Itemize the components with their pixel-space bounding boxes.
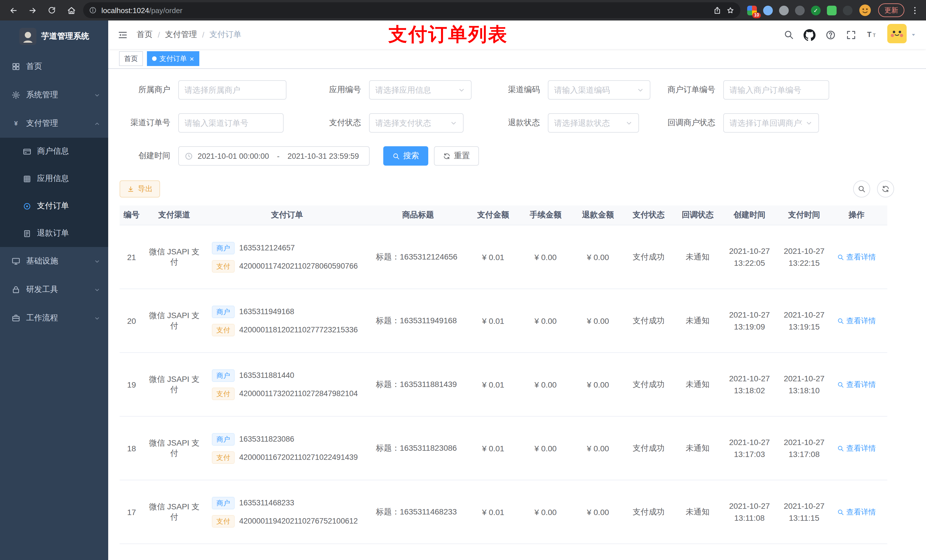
bookmark-star-icon[interactable] bbox=[726, 6, 735, 15]
refund-status-input[interactable] bbox=[554, 118, 622, 127]
address-bar[interactable]: localhost:1024/pay/order bbox=[83, 2, 740, 18]
breadcrumb-payment[interactable]: 支付管理 bbox=[165, 30, 197, 40]
extension-icon-green[interactable] bbox=[827, 5, 837, 15]
view-detail-link[interactable]: 查看详情 bbox=[837, 252, 876, 262]
browser-profile-avatar[interactable] bbox=[859, 4, 872, 17]
extension-icon-green-check[interactable]: ✓ bbox=[811, 5, 821, 15]
notify-status-select[interactable] bbox=[723, 113, 819, 133]
extension-icon-colorful[interactable]: 10 bbox=[747, 5, 757, 15]
help-icon[interactable] bbox=[825, 29, 836, 40]
browser-home-button[interactable] bbox=[64, 3, 79, 18]
user-menu[interactable] bbox=[887, 24, 917, 45]
view-detail-link[interactable]: 查看详情 bbox=[837, 443, 876, 453]
view-detail-link[interactable]: 查看详情 bbox=[837, 507, 876, 517]
export-button[interactable]: 导出 bbox=[120, 180, 160, 198]
sidebar-item-infrastructure[interactable]: 基础设施 bbox=[0, 247, 108, 275]
merchant-tag: 商户 bbox=[212, 305, 235, 318]
close-tab-icon[interactable]: × bbox=[190, 55, 194, 62]
sidebar-item-payment[interactable]: 支付管理 bbox=[0, 109, 108, 138]
cell-channel: 微信 JSAPI 支付 bbox=[144, 502, 205, 522]
sidebar-item-dev-tools[interactable]: 研发工具 bbox=[0, 275, 108, 304]
sidebar-item-workflow[interactable]: 工作流程 bbox=[0, 304, 108, 332]
channel-code-input[interactable] bbox=[554, 85, 633, 95]
tab-pay-order[interactable]: 支付订单 × bbox=[147, 51, 199, 66]
cell-pay-time: 2021-10-2713:18:10 bbox=[777, 373, 831, 396]
tab-home[interactable]: 首页 bbox=[119, 51, 143, 66]
date-start[interactable]: 2021-10-01 00:00:00 bbox=[198, 152, 269, 160]
reset-button[interactable]: 重置 bbox=[434, 146, 479, 166]
hamburger-icon[interactable] bbox=[117, 29, 128, 40]
view-detail-link[interactable]: 查看详情 bbox=[837, 315, 876, 326]
sidebar-item-refund-order[interactable]: 退款订单 bbox=[0, 220, 108, 247]
breadcrumb-home[interactable]: 首页 bbox=[137, 30, 153, 40]
fullscreen-icon[interactable] bbox=[846, 29, 856, 40]
col-header-status: 支付状态 bbox=[624, 210, 673, 220]
top-navbar: 首页 / 支付管理 / 支付订单 支付订单列表 bbox=[108, 21, 926, 49]
refresh-table-button[interactable] bbox=[877, 180, 894, 198]
search-button[interactable]: 搜索 bbox=[383, 146, 428, 166]
chevron-down-icon bbox=[94, 315, 100, 321]
browser-forward-button[interactable] bbox=[25, 3, 40, 18]
chevron-down-icon bbox=[94, 258, 100, 264]
user-avatar[interactable] bbox=[887, 24, 906, 45]
browser-reload-button[interactable] bbox=[44, 3, 59, 18]
pay-tag: 支付 bbox=[212, 387, 235, 400]
pay-status-select[interactable] bbox=[369, 113, 464, 133]
channel-code-select[interactable] bbox=[548, 80, 651, 100]
screen: localhost:1024/pay/order 10 ✓ 更新 芋道管理系统 bbox=[0, 0, 926, 560]
cell-actions: 查看详情 bbox=[831, 252, 882, 262]
extension-icon-grey[interactable] bbox=[779, 5, 789, 15]
navbar-actions bbox=[784, 24, 917, 45]
extension-icon-pin[interactable] bbox=[843, 5, 853, 15]
extension-icon-dark[interactable] bbox=[795, 5, 805, 15]
search-icon[interactable] bbox=[784, 30, 794, 40]
browser-back-button[interactable] bbox=[6, 3, 21, 18]
cell-channel: 微信 JSAPI 支付 bbox=[144, 438, 205, 459]
refund-status-select[interactable] bbox=[548, 113, 639, 133]
breadcrumb: 首页 / 支付管理 / 支付订单 bbox=[137, 30, 242, 40]
site-info-icon[interactable] bbox=[89, 6, 97, 14]
github-icon[interactable] bbox=[803, 29, 816, 41]
sidebar-item-merchant-info[interactable]: 商户信息 bbox=[0, 138, 108, 165]
date-range-picker[interactable]: 2021-10-01 00:00:00 - 2021-10-31 23:59:5… bbox=[178, 146, 369, 166]
browser-toolbar: localhost:1024/pay/order 10 ✓ 更新 bbox=[0, 0, 926, 21]
browser-update-button[interactable]: 更新 bbox=[878, 3, 904, 17]
sidebar-item-app-info[interactable]: 应用信息 bbox=[0, 165, 108, 192]
channel-pay-no: 4200001167202110271022491439 bbox=[239, 453, 358, 462]
app-logo[interactable]: 芋道管理系统 bbox=[0, 21, 108, 52]
extension-icon-blue[interactable] bbox=[763, 5, 773, 15]
cell-status: 支付成功 bbox=[624, 443, 673, 453]
merchant-input[interactable] bbox=[185, 85, 280, 95]
app-select[interactable] bbox=[369, 80, 472, 100]
sidebar-item-pay-order[interactable]: 支付订单 bbox=[0, 192, 108, 220]
cell-title: 标题：1635311949168 bbox=[369, 315, 467, 326]
merchant-order-no-field[interactable] bbox=[723, 80, 829, 100]
pay-status-input[interactable] bbox=[375, 118, 446, 127]
cell-order: 商户 1635311823086 支付 42000011672021102710… bbox=[205, 433, 369, 463]
document-icon bbox=[23, 229, 31, 238]
merchant-order-no-input[interactable] bbox=[729, 85, 823, 95]
col-header-order: 支付订单 bbox=[205, 210, 369, 220]
toggle-search-button[interactable] bbox=[853, 180, 870, 198]
channel-pay-no: 4200001194202110276752100612 bbox=[239, 517, 358, 525]
share-icon[interactable] bbox=[713, 6, 722, 15]
cell-notify-status: 未通知 bbox=[673, 443, 722, 453]
cell-notify-status: 未通知 bbox=[673, 507, 722, 517]
browser-menu-kebab-icon[interactable] bbox=[909, 3, 920, 18]
sidebar-item-system[interactable]: 系统管理 bbox=[0, 81, 108, 109]
cell-id: 20 bbox=[120, 316, 144, 325]
merchant-select[interactable] bbox=[178, 80, 286, 100]
cell-refund: ¥ 0.00 bbox=[572, 252, 624, 261]
cell-order: 商户 1635311949168 支付 42000011812021102777… bbox=[205, 305, 369, 336]
payment-submenu: 商户信息 应用信息 支付订单 退款订单 bbox=[0, 138, 108, 247]
app-select-input[interactable] bbox=[375, 85, 454, 95]
cell-fee: ¥ 0.00 bbox=[519, 316, 572, 325]
channel-order-no-input[interactable] bbox=[185, 118, 277, 127]
table-row: 商户 1635311957206 支付 标题： bbox=[120, 544, 887, 560]
view-detail-link[interactable]: 查看详情 bbox=[837, 379, 876, 389]
channel-order-no-field[interactable] bbox=[178, 113, 284, 133]
date-end[interactable]: 2021-10-31 23:59:59 bbox=[287, 152, 359, 160]
sidebar-item-home[interactable]: 首页 bbox=[0, 52, 108, 81]
notify-status-input[interactable] bbox=[729, 118, 802, 127]
font-size-icon[interactable] bbox=[866, 29, 878, 41]
